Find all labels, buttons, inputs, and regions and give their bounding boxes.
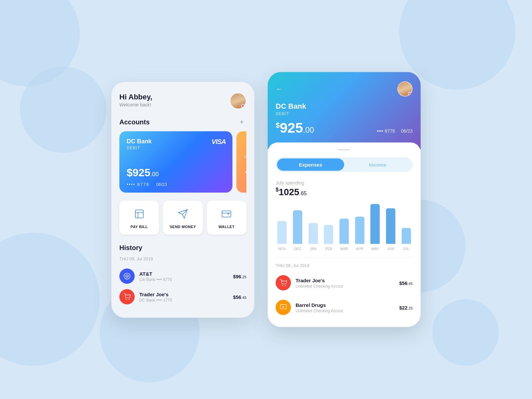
transaction-item: Trader Joe's DC Bank •••• 1779 $56.45 bbox=[119, 287, 246, 307]
bar bbox=[355, 216, 364, 244]
barrel-drugs-info: Barrel Drugs Unlimited Checking Accout bbox=[296, 302, 395, 313]
right-traderjoes-info: Trader Joe's Unlimited Checking Accout bbox=[296, 277, 395, 288]
chart-month-label: APR bbox=[353, 247, 366, 251]
right-avatar bbox=[397, 81, 413, 97]
right-screen: ← DC Bank DEBIT $925.00 •••• 8776 06/23 bbox=[268, 72, 421, 327]
back-button[interactable]: ← bbox=[276, 85, 283, 93]
accounts-section-header: Accounts + bbox=[119, 117, 246, 127]
chart-amount: $1025.65 bbox=[276, 187, 413, 198]
bar-group bbox=[353, 204, 366, 244]
bar bbox=[402, 228, 411, 244]
history-section: History THU 09, Jul 2019 AT&T Citi Bank … bbox=[119, 244, 246, 307]
screen-header: Hi Abbey, Welcome back! bbox=[119, 93, 246, 109]
send-money-button[interactable]: SEND MONEY bbox=[163, 201, 202, 235]
wallet-icon bbox=[219, 207, 234, 221]
card-peek-label-cre: CRE bbox=[244, 154, 246, 158]
bar-group bbox=[400, 204, 413, 244]
left-screen: Hi Abbey, Welcome back! Accounts + DC Ba… bbox=[111, 82, 254, 318]
svg-point-13 bbox=[285, 285, 286, 286]
card-footer: •••• 8776 06/23 bbox=[127, 182, 167, 187]
card-bank-name: DC Bank bbox=[127, 138, 225, 145]
accounts-title: Accounts bbox=[119, 118, 150, 126]
expenses-tab[interactable]: Expenses bbox=[277, 159, 344, 171]
right-balance-row: $925.00 •••• 8776 06/23 bbox=[276, 120, 413, 136]
chart-month-label: MAY bbox=[369, 247, 382, 251]
add-account-button[interactable]: + bbox=[237, 117, 246, 127]
action-buttons: PAY BILL SEND MONEY bbox=[119, 201, 246, 235]
card-balance-main: $925.00 bbox=[127, 167, 159, 179]
send-money-icon bbox=[176, 207, 190, 221]
bank-card-dc-bank[interactable]: DC Bank DEBIT VISA $925.00 •••• 8776 06/… bbox=[119, 131, 232, 193]
right-bank-name: DC Bank bbox=[276, 102, 413, 111]
att-info: AT&T Citi Bank •••• 8776 bbox=[139, 271, 228, 282]
history-header: History bbox=[119, 244, 246, 252]
avatar bbox=[230, 93, 246, 109]
wallet-button[interactable]: WALLET bbox=[207, 201, 246, 235]
greeting-subtitle: Welcome back! bbox=[119, 102, 152, 107]
card-balance: $925.00 bbox=[127, 167, 159, 179]
right-card-expiry: 06/23 bbox=[401, 128, 413, 134]
right-card-meta: •••• 8776 06/23 bbox=[377, 128, 413, 134]
card-balance-cents: .00 bbox=[150, 171, 159, 178]
att-name: AT&T bbox=[139, 271, 228, 276]
bar-group bbox=[338, 204, 351, 244]
right-traderjoes-name: Trader Joe's bbox=[296, 277, 395, 283]
right-transaction-item-2: Barrel Drugs Unlimited Checking Accout $… bbox=[276, 297, 413, 318]
traderjoes-info: Trader Joe's DC Bank •••• 1779 bbox=[139, 291, 228, 302]
wallet-label: WALLET bbox=[218, 225, 234, 229]
bar-group bbox=[291, 204, 304, 244]
bar bbox=[309, 223, 318, 244]
chart-month-label: DEC bbox=[291, 247, 304, 251]
bg-decoration bbox=[0, 233, 100, 366]
history-date: THU 09, Jul 2019 bbox=[119, 256, 246, 261]
card-dots: •••• 8776 bbox=[127, 182, 150, 187]
right-header-top: ← bbox=[276, 81, 413, 97]
svg-point-9 bbox=[126, 276, 128, 277]
pay-bill-label: PAY BILL bbox=[131, 225, 148, 229]
barrel-drugs-amount: $22.25 bbox=[399, 305, 413, 310]
att-amount: $96.25 bbox=[233, 273, 246, 279]
history-title: History bbox=[119, 244, 142, 252]
bar bbox=[324, 225, 333, 244]
barrel-drugs-icon bbox=[276, 300, 291, 315]
right-card-type: DEBIT bbox=[276, 111, 413, 116]
right-card-dots: •••• 8776 bbox=[377, 128, 395, 134]
svg-point-10 bbox=[126, 299, 127, 300]
chart-label: July spending bbox=[276, 180, 413, 186]
svg-rect-5 bbox=[222, 211, 231, 217]
right-screen-header: ← DC Bank DEBIT $925.00 •••• 8776 06/23 bbox=[268, 72, 421, 149]
bar bbox=[277, 221, 287, 244]
svg-point-11 bbox=[129, 299, 130, 300]
bar bbox=[339, 219, 349, 244]
right-transaction-item: Trader Joe's Unlimited Checking Accout $… bbox=[276, 273, 413, 293]
visa-logo: VISA bbox=[211, 138, 226, 146]
chart-month-label: JAN bbox=[307, 247, 320, 251]
cards-carousel: DC Bank DEBIT VISA $925.00 •••• 8776 06/… bbox=[119, 131, 246, 193]
bank-card-citi[interactable]: Ci CRE $ ••• bbox=[236, 131, 246, 193]
bar-group bbox=[384, 204, 397, 244]
bar-group bbox=[276, 204, 289, 244]
att-sub: Citi Bank •••• 8776 bbox=[139, 277, 228, 282]
right-screen-body: Expenses Income July spending $1025.65 N… bbox=[268, 143, 421, 327]
card-type: DEBIT bbox=[127, 146, 225, 150]
divider bbox=[276, 257, 413, 258]
screens-container: Hi Abbey, Welcome back! Accounts + DC Ba… bbox=[111, 72, 421, 327]
traderjoes-icon bbox=[119, 289, 135, 305]
send-money-label: SEND MONEY bbox=[170, 225, 196, 229]
bar bbox=[293, 210, 302, 244]
right-avatar-dot bbox=[408, 92, 412, 96]
sheet-handle bbox=[338, 149, 350, 151]
bg-decoration bbox=[20, 66, 106, 153]
bg-decoration bbox=[432, 299, 499, 366]
chart-month-label: FEB bbox=[322, 247, 335, 251]
chart-labels-row: NOVDECJANFEBMARAPRMAYJUNJUL bbox=[276, 247, 413, 251]
barrel-drugs-sub: Unlimited Checking Accout bbox=[296, 308, 395, 313]
pay-bill-button[interactable]: PAY BILL bbox=[119, 201, 159, 235]
svg-point-12 bbox=[282, 285, 283, 286]
right-traderjoes-icon bbox=[276, 275, 291, 291]
avatar-status-dot bbox=[241, 104, 245, 108]
pay-bill-icon bbox=[132, 207, 147, 221]
income-tab[interactable]: Income bbox=[344, 159, 411, 171]
right-balance: $925.00 bbox=[276, 120, 314, 136]
chart-month-label: MAR bbox=[338, 247, 351, 251]
